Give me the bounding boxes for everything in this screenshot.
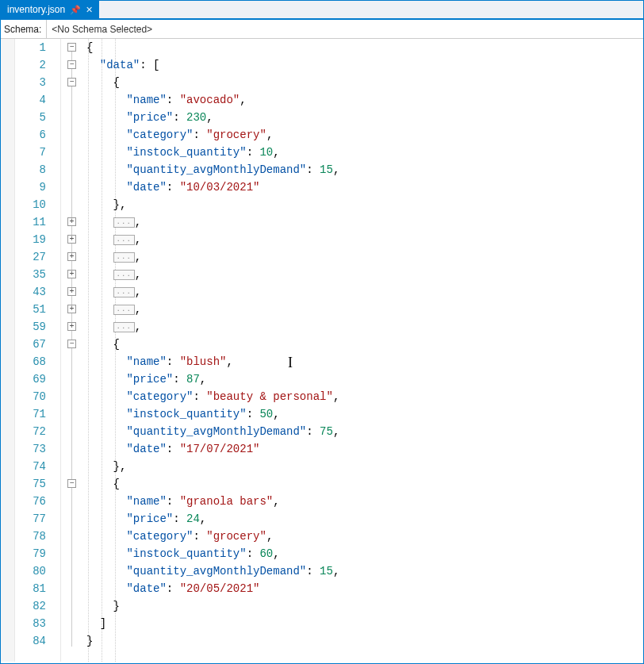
indicator-margin [1, 39, 15, 662]
collapsed-region[interactable]: ... [113, 235, 135, 245]
fold-toggle-icon[interactable]: + [67, 322, 76, 331]
fold-toggle-icon[interactable]: + [67, 305, 76, 313]
file-tab[interactable]: inventory.json 📌 ✕ [1, 1, 99, 18]
collapsed-region[interactable]: ... [113, 252, 135, 263]
collapsed-region[interactable]: ... [113, 287, 135, 297]
tab-bar: inventory.json 📌 ✕ [1, 1, 643, 20]
fold-toggle-icon[interactable]: − [67, 340, 76, 348]
tab-filename: inventory.json [7, 4, 65, 15]
schema-bar: Schema: [1, 20, 643, 39]
schema-label: Schema: [1, 24, 46, 35]
collapsed-region[interactable]: ... [113, 270, 135, 280]
code-content[interactable]: { "data": [ { "name": "avocado", "price"… [85, 39, 643, 662]
fold-toggle-icon[interactable]: + [67, 252, 76, 261]
text-cursor-icon: I [288, 354, 293, 371]
fold-toggle-icon[interactable]: − [67, 78, 76, 86]
schema-input[interactable] [46, 20, 643, 38]
fold-toggle-icon[interactable]: − [67, 43, 76, 52]
collapsed-region[interactable]: ... [113, 217, 135, 228]
fold-toggle-icon[interactable]: + [67, 270, 76, 278]
fold-toggle-icon[interactable]: + [67, 287, 76, 296]
fold-column: − − − + + + + + + + − − [61, 39, 85, 662]
collapsed-region[interactable]: ... [113, 305, 135, 315]
fold-toggle-icon[interactable]: + [67, 235, 76, 244]
fold-toggle-icon[interactable]: + [67, 217, 76, 226]
close-icon[interactable]: ✕ [86, 5, 93, 15]
fold-toggle-icon[interactable]: − [67, 479, 76, 488]
fold-toggle-icon[interactable]: − [67, 60, 76, 69]
collapsed-region[interactable]: ... [113, 322, 135, 332]
pin-icon[interactable]: 📌 [70, 5, 81, 15]
editor-area[interactable]: 1 2 3 4 5 6 7 8 9 10 11 19 27 35 43 51 5… [1, 39, 643, 662]
line-number-gutter: 1 2 3 4 5 6 7 8 9 10 11 19 27 35 43 51 5… [15, 39, 61, 662]
